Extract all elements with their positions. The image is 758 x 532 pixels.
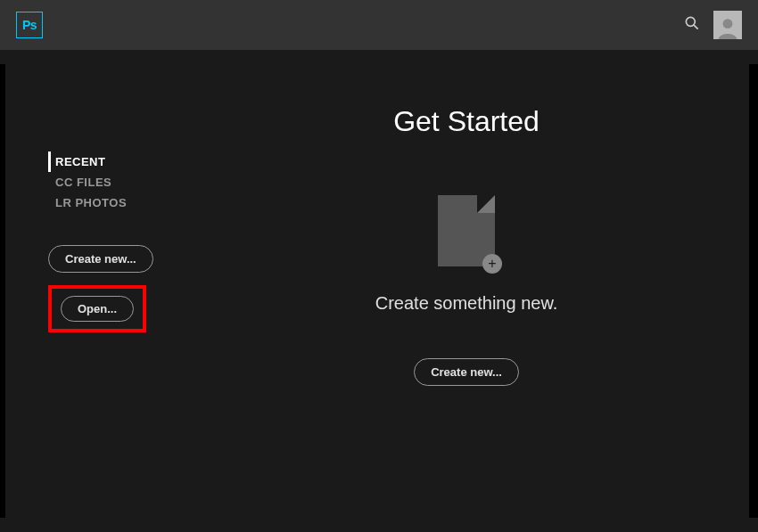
user-avatar-icon[interactable] <box>713 11 742 39</box>
sidebar-item-label: CC FILES <box>55 176 111 189</box>
main-area: RECENT CC FILES LR PHOTOS Create new... … <box>0 50 758 518</box>
new-document-icon: + <box>438 195 495 266</box>
create-new-button[interactable]: Create new... <box>48 245 153 273</box>
create-new-button-main[interactable]: Create new... <box>414 358 519 386</box>
sidebar-item-cc-files[interactable]: CC FILES <box>48 172 184 192</box>
open-button[interactable]: Open... <box>61 296 134 322</box>
sidebar-item-label: LR PHOTOS <box>55 196 127 209</box>
sidebar-buttons: Create new... Open... <box>48 245 184 332</box>
svg-line-1 <box>694 25 698 29</box>
plus-icon: + <box>482 254 502 274</box>
sidebar-list: RECENT CC FILES LR PHOTOS <box>48 151 184 213</box>
search-icon[interactable] <box>683 14 701 36</box>
sidebar: RECENT CC FILES LR PHOTOS Create new... … <box>5 64 184 518</box>
content: Get Started + Create something new. Crea… <box>184 64 749 518</box>
top-bar-right <box>683 11 742 39</box>
sidebar-item-lr-photos[interactable]: LR PHOTOS <box>48 192 184 213</box>
page-subtitle: Create something new. <box>375 293 558 314</box>
sidebar-item-label: RECENT <box>55 155 105 168</box>
page-title: Get Started <box>393 105 540 138</box>
highlight-annotation: Open... <box>48 285 146 332</box>
app-logo-text: Ps <box>22 18 37 32</box>
svg-point-2 <box>723 19 733 29</box>
svg-point-0 <box>686 17 695 26</box>
sidebar-item-recent[interactable]: RECENT <box>48 151 184 172</box>
top-bar: Ps <box>0 0 758 50</box>
right-gutter <box>749 64 758 518</box>
app-logo: Ps <box>16 12 43 38</box>
